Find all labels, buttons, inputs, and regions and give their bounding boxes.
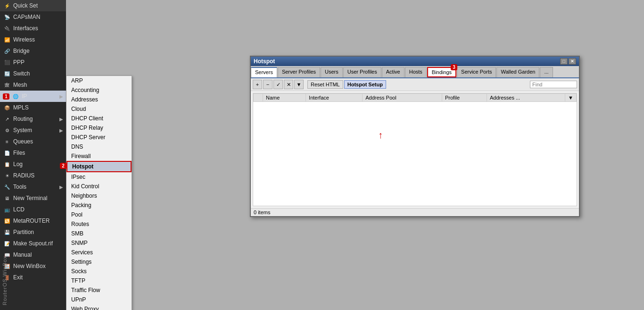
submenu-ipsec[interactable]: IPsec	[66, 172, 132, 182]
sidebar-item-files[interactable]: 📄 Files	[0, 147, 66, 159]
submenu-arp[interactable]: ARP	[66, 76, 132, 85]
col-expand[interactable]: ▼	[565, 94, 577, 102]
sidebar-item-queues[interactable]: ≡ Queues	[0, 136, 66, 147]
submenu-neighbors[interactable]: Neighbors	[66, 191, 132, 201]
submenu-addresses[interactable]: Addresses	[66, 95, 132, 104]
submenu-tftp[interactable]: TFTP	[66, 276, 132, 285]
hotspot-tabs: Servers Server Profiles Users User Profi…	[251, 66, 579, 78]
submenu-upnp[interactable]: UPnP	[66, 295, 132, 304]
status-text: 0 items	[254, 209, 270, 215]
minimize-button[interactable]: □	[560, 58, 568, 65]
sidebar-item-capsman[interactable]: 📡 CAPsMAN	[0, 11, 66, 23]
tab-server-profiles[interactable]: Server Profiles	[278, 67, 320, 77]
add-button[interactable]: +	[253, 80, 262, 89]
sidebar-item-tools[interactable]: 🔧 Tools ▶	[0, 181, 66, 193]
remove-button[interactable]: −	[263, 80, 272, 89]
system-arrow: ▶	[59, 128, 63, 133]
sidebar-item-routing[interactable]: ↗ Routing ▶	[0, 113, 66, 125]
ppp-icon: ⬛	[3, 58, 11, 67]
submenu-firewall[interactable]: Firewall	[66, 151, 132, 161]
submenu-settings[interactable]: Settings	[66, 257, 132, 267]
ip-badge: 1	[3, 93, 9, 100]
routing-icon: ↗	[3, 115, 11, 123]
sidebar: ⚡ Quick Set 📡 CAPsMAN 🔌 Interfaces 📶 Wir…	[0, 0, 66, 310]
tab-badge: 3	[451, 64, 457, 70]
tab-servers[interactable]: Servers	[251, 67, 277, 77]
col-name[interactable]: Name	[263, 94, 306, 102]
wireless-icon: 📶	[3, 35, 11, 44]
check-button[interactable]: ✓	[273, 80, 283, 89]
sidebar-item-lcd[interactable]: 📺 LCD	[0, 204, 66, 215]
submenu-dhcp-relay[interactable]: DHCP Relay	[66, 123, 132, 133]
tab-users[interactable]: Users	[321, 67, 343, 77]
col-profile[interactable]: Profile	[442, 94, 487, 102]
submenu-kid-control[interactable]: Kid Control	[66, 182, 132, 191]
sidebar-item-new-winbox[interactable]: 🪟 New WinBox	[0, 260, 66, 272]
sidebar-item-manual[interactable]: 📖 Manual	[0, 249, 66, 260]
routing-arrow: ▶	[59, 117, 63, 122]
col-address-pool[interactable]: Address Pool	[363, 94, 442, 102]
submenu-dhcp-server[interactable]: DHCP Server	[66, 133, 132, 142]
sidebar-item-wireless[interactable]: 📶 Wireless	[0, 34, 66, 45]
tab-service-ports[interactable]: Service Ports	[457, 67, 496, 77]
tab-user-profiles[interactable]: User Profiles	[343, 67, 381, 77]
tab-walled-garden[interactable]: Walled Garden	[496, 67, 539, 77]
submenu-dns[interactable]: DNS	[66, 142, 132, 151]
sidebar-item-switch[interactable]: 🔄 Switch	[0, 68, 66, 79]
tab-bindings[interactable]: 3 Bindings	[427, 67, 456, 77]
submenu-packing[interactable]: Packing	[66, 201, 132, 210]
sidebar-item-quick-set[interactable]: ⚡ Quick Set	[0, 0, 66, 11]
log-icon: 📋	[3, 160, 11, 168]
system-icon: ⚙	[3, 126, 11, 134]
make-supout-icon: 📝	[3, 239, 11, 248]
submenu-pool[interactable]: Pool	[66, 210, 132, 219]
submenu-hotspot[interactable]: 2 Hotspot	[66, 161, 132, 172]
search-input[interactable]	[530, 81, 577, 88]
lcd-icon: 📺	[3, 205, 11, 214]
sidebar-item-radius[interactable]: ☀ RADIUS	[0, 170, 66, 181]
submenu-services[interactable]: Services	[66, 248, 132, 257]
tab-more[interactable]: ...	[540, 67, 553, 77]
sidebar-item-interfaces[interactable]: 🔌 Interfaces	[0, 23, 66, 34]
submenu-cloud[interactable]: Cloud	[66, 104, 132, 114]
submenu-routes[interactable]: Routes	[66, 219, 132, 229]
submenu-traffic-flow[interactable]: Traffic Flow	[66, 285, 132, 295]
sidebar-item-bridge[interactable]: 🔗 Bridge	[0, 45, 66, 57]
sidebar-item-metarouter[interactable]: 🔁 MetaROUTER	[0, 215, 66, 226]
hotspot-setup-button[interactable]: Hotspot Setup	[344, 80, 386, 89]
red-arrow-annotation: ↑	[378, 130, 383, 141]
capsman-icon: 📡	[3, 13, 11, 21]
ip-arrow: ▶	[59, 94, 63, 99]
mpls-icon: 📦	[3, 103, 11, 112]
close-button[interactable]: ✕	[569, 58, 576, 65]
tab-hosts[interactable]: Hosts	[405, 67, 427, 77]
brand-label: RouterOS WinBox	[2, 256, 8, 305]
ip-submenu: ARP Accounting Addresses Cloud DHCP Clie…	[66, 75, 132, 310]
reset-html-button[interactable]: Reset HTML	[307, 80, 343, 89]
submenu-dhcp-client[interactable]: DHCP Client	[66, 114, 132, 123]
sidebar-item-ip[interactable]: 1 🌐 IP ▶	[0, 91, 66, 102]
sidebar-item-partition[interactable]: 💾 Partition	[0, 226, 66, 238]
sidebar-item-exit[interactable]: 🚪 Exit	[0, 272, 66, 283]
sidebar-item-system[interactable]: ⚙ System ▶	[0, 125, 66, 136]
sidebar-item-mesh[interactable]: 🕸 Mesh	[0, 79, 66, 91]
sidebar-item-mpls[interactable]: 📦 MPLS	[0, 102, 66, 113]
sidebar-item-log[interactable]: 📋 Log	[0, 159, 66, 170]
submenu-web-proxy[interactable]: Web Proxy	[66, 304, 132, 310]
submenu-smb[interactable]: SMB	[66, 229, 132, 238]
interfaces-icon: 🔌	[3, 24, 11, 33]
sidebar-item-make-supout[interactable]: 📝 Make Supout.rif	[0, 238, 66, 249]
col-addresses[interactable]: Addresses ...	[487, 94, 565, 102]
files-icon: 📄	[3, 149, 11, 157]
col-interface[interactable]: Interface	[306, 94, 363, 102]
submenu-socks[interactable]: Socks	[66, 267, 132, 276]
filter-button[interactable]: ▼	[294, 80, 304, 89]
submenu-snmp[interactable]: SNMP	[66, 238, 132, 248]
hotspot-table-container[interactable]: Name Interface Address Pool Profile Addr…	[253, 93, 577, 206]
submenu-accounting[interactable]: Accounting	[66, 85, 132, 95]
cross-button[interactable]: ✕	[284, 80, 293, 89]
tab-active[interactable]: Active	[382, 67, 405, 77]
sidebar-item-new-terminal[interactable]: 🖥 New Terminal	[0, 193, 66, 204]
mesh-icon: 🕸	[3, 81, 11, 89]
sidebar-item-ppp[interactable]: ⬛ PPP	[0, 57, 66, 68]
